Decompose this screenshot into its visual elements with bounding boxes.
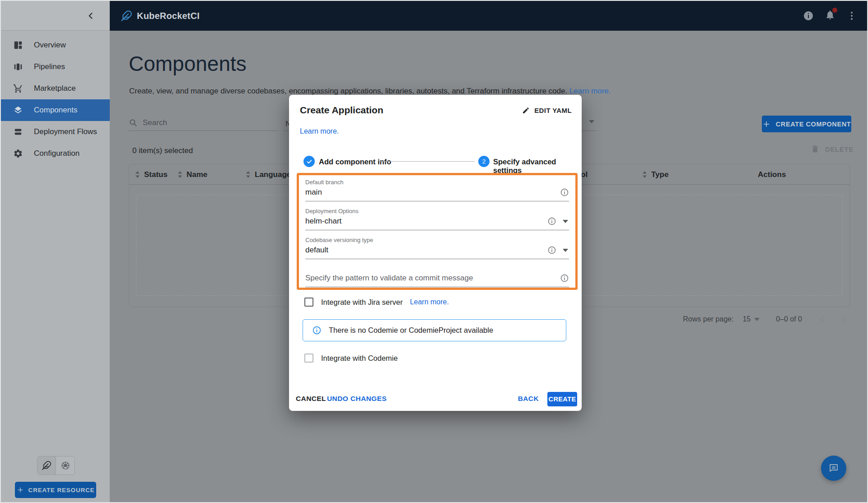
sidebar-item-label: Marketplace xyxy=(34,84,76,93)
stepper: Add component info 2 Specify advanced se… xyxy=(289,156,582,168)
commit-pattern-input[interactable] xyxy=(305,274,560,283)
default-branch-input[interactable] xyxy=(305,188,560,197)
sidebar-nav: Overview Pipelines Marketplace Component… xyxy=(1,34,110,164)
chevron-down-icon[interactable] xyxy=(563,220,568,223)
chat-fab-button[interactable] xyxy=(821,456,846,481)
sidebar-item-deployment-flows[interactable]: Deployment Flows xyxy=(1,121,110,143)
versioning-type-value[interactable]: default xyxy=(305,246,547,255)
jira-checkbox[interactable] xyxy=(304,298,313,307)
back-button[interactable]: BACK xyxy=(518,395,539,403)
versioning-type-label: Codebase versioning type xyxy=(305,237,569,243)
create-resource-label: CREATE RESOURCE xyxy=(28,487,95,494)
codemie-alert-text: There is no Codemie or CodemieProject av… xyxy=(329,326,493,335)
sidebar-item-marketplace[interactable]: Marketplace xyxy=(1,78,110,99)
search-input[interactable] xyxy=(143,118,278,127)
table-header-language[interactable]: Language xyxy=(246,164,291,185)
info-icon[interactable] xyxy=(547,217,556,226)
sidebar-item-label: Configuration xyxy=(34,149,79,158)
app-title: KubeRocketCI xyxy=(137,11,200,21)
chevron-down-icon[interactable] xyxy=(563,249,568,252)
codemie-checkbox[interactable] xyxy=(304,354,313,363)
kubernetes-toggle-button[interactable] xyxy=(56,456,75,475)
plus-icon xyxy=(17,486,24,494)
create-button[interactable]: CREATE xyxy=(547,392,577,406)
layers-icon xyxy=(13,105,23,115)
commit-pattern-field xyxy=(305,268,569,287)
table-header-partial: ol xyxy=(581,164,588,185)
cart-icon xyxy=(13,84,23,93)
dialog-title: Create Application xyxy=(300,105,383,116)
step1-done-icon xyxy=(303,156,315,167)
default-branch-label: Default branch xyxy=(305,179,569,186)
filter-select-partial[interactable] xyxy=(582,115,597,131)
sidebar-item-label: Components xyxy=(34,106,77,115)
sort-icon xyxy=(177,171,182,178)
jira-integration-row: Integrate with Jira server Learn more. xyxy=(304,298,449,307)
kuberocketci-toggle-button[interactable] xyxy=(37,456,56,475)
kebab-menu-icon[interactable] xyxy=(846,10,857,21)
cancel-button[interactable]: CANCEL xyxy=(296,395,326,403)
codemie-checkbox-label: Integrate with Codemie xyxy=(321,354,398,363)
sidebar-item-label: Overview xyxy=(34,41,66,50)
jira-learn-more-link[interactable]: Learn more. xyxy=(410,298,449,306)
sidebar-header xyxy=(1,1,110,31)
pencil-icon xyxy=(522,107,530,114)
info-icon[interactable] xyxy=(560,274,569,283)
page-description-text: Create, view, and manage diverse codebas… xyxy=(129,87,567,95)
rows-per-page-label: Rows per page: xyxy=(683,315,733,323)
delete-button[interactable]: DELETE xyxy=(811,144,854,154)
chevron-down-icon[interactable] xyxy=(754,318,760,321)
sidebar-item-pipelines[interactable]: Pipelines xyxy=(1,56,110,78)
versioning-type-field: Codebase versioning type default xyxy=(305,237,569,259)
stepper-connector xyxy=(380,161,475,162)
info-icon[interactable] xyxy=(560,188,569,197)
info-icon xyxy=(312,326,322,335)
pagination-range: 0–0 of 0 xyxy=(776,315,802,323)
create-resource-button[interactable]: CREATE RESOURCE xyxy=(15,482,96,498)
search-icon xyxy=(129,118,137,127)
deployment-options-field: Deployment Options helm-chart xyxy=(305,208,569,230)
chevron-left-icon[interactable] xyxy=(86,11,95,20)
info-icon[interactable] xyxy=(547,246,556,255)
sidebar: Overview Pipelines Marketplace Component… xyxy=(1,1,110,503)
sort-icon xyxy=(246,171,251,178)
sidebar-item-label: Deployment Flows xyxy=(34,127,97,136)
edit-yaml-label: EDIT YAML xyxy=(534,107,572,114)
deployment-options-value[interactable]: helm-chart xyxy=(305,217,547,226)
pagination: Rows per page: 15 0–0 of 0 xyxy=(683,314,848,324)
page-title: Components xyxy=(129,51,247,76)
sidebar-item-overview[interactable]: Overview xyxy=(1,34,110,56)
step1-label[interactable]: Add component info xyxy=(319,158,391,166)
codemie-integration-row: Integrate with Codemie xyxy=(304,354,398,363)
rows-per-page-value[interactable]: 15 xyxy=(742,315,751,323)
page-learn-more-link[interactable]: Learn more. xyxy=(569,87,611,95)
create-component-button[interactable]: CREATE COMPONENT xyxy=(762,116,851,132)
sidebar-item-configuration[interactable]: Configuration xyxy=(1,143,110,164)
check-icon xyxy=(306,158,313,165)
page-description: Create, view, and manage diverse codebas… xyxy=(129,87,611,96)
previous-page-icon[interactable] xyxy=(817,314,827,324)
undo-changes-button[interactable]: UNDO CHANGES xyxy=(327,395,387,403)
table-header-type[interactable]: Type xyxy=(642,164,668,185)
edit-yaml-button[interactable]: EDIT YAML xyxy=(522,107,572,114)
info-icon[interactable] xyxy=(803,10,814,21)
sort-icon xyxy=(135,171,140,178)
sidebar-item-label: Pipelines xyxy=(34,62,65,71)
notifications-button[interactable] xyxy=(825,9,835,22)
app-root: Overview Pipelines Marketplace Component… xyxy=(0,0,868,503)
quill-icon xyxy=(42,461,51,470)
flows-icon xyxy=(13,127,23,137)
sort-icon xyxy=(642,171,647,178)
deployment-options-label: Deployment Options xyxy=(305,208,569,214)
create-component-label: CREATE COMPONENT xyxy=(776,121,851,128)
table-header-name[interactable]: Name xyxy=(177,164,207,185)
step2-label[interactable]: Specify advanced settings xyxy=(493,158,582,175)
advanced-settings-highlight: Default branch Deployment Options helm-c… xyxy=(297,173,578,290)
table-header-status[interactable]: Status xyxy=(135,164,168,185)
dashboard-icon xyxy=(13,40,23,50)
pipelines-icon xyxy=(13,62,23,72)
next-page-icon[interactable] xyxy=(838,314,848,324)
sidebar-item-components[interactable]: Components xyxy=(1,99,110,121)
brand: KubeRocketCI xyxy=(121,10,200,22)
dialog-learn-more-link[interactable]: Learn more. xyxy=(300,127,339,135)
